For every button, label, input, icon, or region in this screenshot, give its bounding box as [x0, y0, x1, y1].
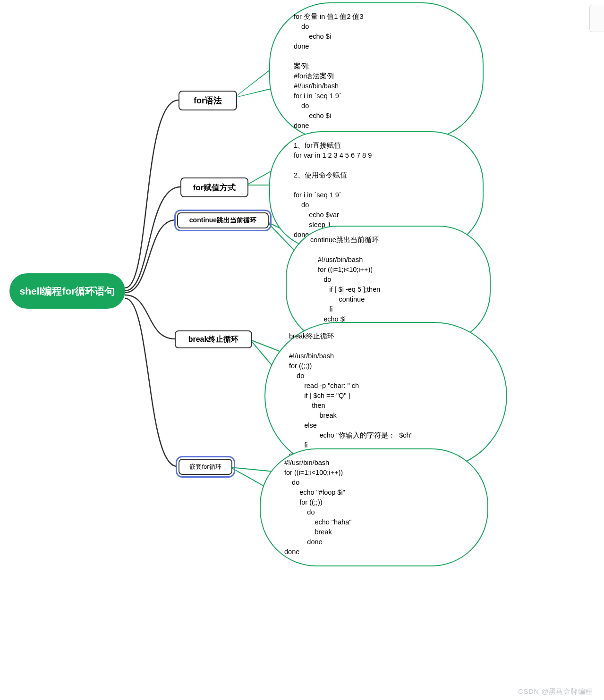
bubble-text: #!/usr/bin/bash for ((i=1;i<100;i++)) do… [284, 459, 351, 556]
node-break[interactable]: break终止循环 [175, 330, 252, 348]
node-label: 嵌套for循环 [189, 463, 221, 471]
page-edge-tab [589, 5, 604, 32]
bubble-text: for 变量 in 值1 值2 值3 do echo $i done 案例: #… [294, 13, 364, 129]
node-label: for语法 [194, 95, 222, 106]
node-for-assign[interactable]: for赋值方式 [180, 177, 248, 197]
node-for-syntax[interactable]: for语法 [179, 91, 237, 110]
bubble-for-syntax: for 变量 in 值1 值2 值3 do echo $i done 案例: #… [269, 2, 484, 140]
node-label: for赋值方式 [193, 182, 236, 193]
mindmap-canvas: { "root": "shell编程for循环语句", "nodes": { "… [0, 0, 604, 700]
root-label: shell编程for循环语句 [20, 285, 115, 298]
root-node[interactable]: shell编程for循环语句 [9, 273, 125, 309]
node-label: break终止循环 [188, 335, 239, 345]
node-continue[interactable]: continue跳出当前循环 [177, 212, 269, 228]
bubble-text: 1、for直接赋值 for var in 1 2 3 4 5 6 7 8 9 2… [294, 142, 372, 238]
bubble-text: break终止循环 #!/usr/bin/bash for ((;;)) do … [289, 332, 413, 459]
node-label: continue跳出当前循环 [189, 216, 256, 225]
bubble-nested-for: #!/usr/bin/bash for ((i=1;i<100;i++)) do… [260, 448, 488, 566]
node-nested-for[interactable]: 嵌套for循环 [179, 459, 232, 475]
bubble-text: continue跳出当前循环 #!/usr/bin/bash for ((i=1… [310, 236, 380, 333]
watermark: CSDN @黑马金牌编程 [518, 687, 593, 696]
bubble-break: break终止循环 #!/usr/bin/bash for ((;;)) do … [264, 322, 507, 470]
